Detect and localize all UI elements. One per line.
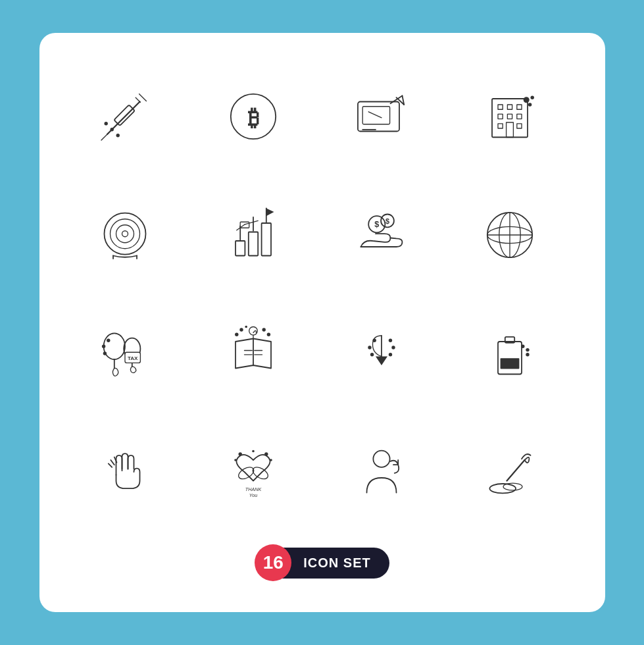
svg-rect-37 [248,232,257,256]
svg-line-89 [108,463,111,467]
svg-point-7 [116,134,119,137]
svg-marker-43 [266,209,274,217]
svg-text:You: You [249,492,257,498]
svg-point-6 [104,122,107,125]
icon-target-clock [72,182,178,288]
svg-point-81 [391,346,395,349]
svg-point-101 [373,451,389,467]
svg-text:TAX: TAX [127,355,137,361]
svg-point-29 [528,103,531,106]
svg-rect-38 [261,223,270,256]
svg-line-2 [101,133,109,140]
svg-point-63 [103,351,106,355]
svg-point-67 [239,328,243,331]
svg-rect-25 [516,124,521,128]
icon-globe [457,182,562,288]
svg-point-33 [122,231,128,237]
svg-line-3 [136,97,140,102]
svg-point-70 [262,328,265,331]
svg-rect-83 [498,342,522,374]
svg-point-62 [101,345,105,348]
icon-battery [457,301,562,406]
svg-rect-23 [516,114,521,118]
icon-tax-balloon: TAX [72,301,178,406]
svg-point-69 [245,326,247,328]
svg-point-32 [116,225,134,243]
svg-point-61 [107,339,110,342]
main-card: ₿ [39,33,605,612]
icon-person-refresh [329,419,434,525]
svg-point-68 [235,333,238,336]
svg-point-88 [526,353,529,356]
svg-rect-20 [516,105,521,109]
svg-line-12 [390,96,402,104]
svg-point-79 [370,353,373,356]
icon-building [457,64,562,169]
icon-bitcoin: ₿ [201,64,306,169]
svg-point-82 [388,353,391,356]
icon-syringe [72,64,178,169]
svg-rect-19 [507,105,512,109]
svg-point-31 [110,219,139,249]
svg-point-78 [368,346,371,349]
icon-gesture [72,419,178,525]
svg-point-28 [530,96,533,99]
svg-point-105 [503,483,522,490]
svg-rect-85 [500,358,519,369]
svg-rect-24 [498,124,503,128]
svg-line-90 [111,460,114,465]
svg-text:THANK: THANK [245,486,262,492]
icon-arrow-down [329,301,434,406]
svg-rect-1 [114,105,135,126]
svg-line-45 [245,220,258,224]
icon-book-idea [201,301,306,406]
svg-text:$: $ [374,220,379,229]
icons-grid: ₿ [72,64,572,525]
badge-label: ICON SET [280,548,389,579]
icon-money-hand: $ $ [329,182,434,288]
svg-point-77 [372,339,376,342]
svg-line-4 [139,94,146,101]
svg-point-71 [266,333,270,336]
svg-rect-22 [507,114,512,118]
svg-line-16 [368,112,382,118]
svg-rect-21 [498,114,503,118]
svg-rect-18 [498,105,503,109]
svg-point-86 [521,345,524,348]
svg-point-100 [252,450,255,453]
svg-point-55 [103,333,124,359]
svg-point-80 [388,339,391,342]
icon-axe-wood [457,419,562,525]
icon-thank-you: THANK You [201,419,306,525]
svg-text:₿: ₿ [247,105,259,130]
svg-point-98 [264,452,268,455]
svg-point-104 [489,484,516,493]
svg-point-27 [523,97,529,103]
svg-text:$: $ [385,217,389,225]
icon-tablet-pen [329,64,434,169]
svg-point-99 [270,459,272,461]
svg-point-87 [526,348,529,351]
svg-line-106 [507,460,524,481]
badge-number: 16 [255,544,291,581]
svg-rect-36 [235,241,245,256]
svg-point-96 [238,452,241,455]
svg-rect-26 [506,122,513,138]
svg-point-97 [234,459,237,461]
icon-growth-flag [201,182,306,288]
svg-marker-76 [376,357,387,366]
svg-point-5 [110,128,113,131]
badge-row: 16 ICON SET [255,544,389,581]
